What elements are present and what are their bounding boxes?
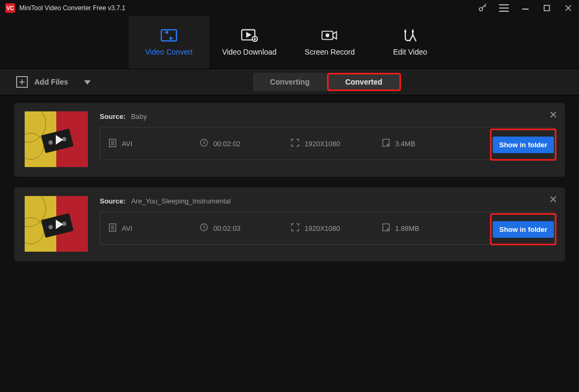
storage-icon xyxy=(382,223,390,233)
resolution-icon xyxy=(291,223,299,233)
convert-status-segment: Converting Converted xyxy=(253,73,401,91)
svg-marker-19 xyxy=(84,80,91,85)
svg-marker-10 xyxy=(247,33,250,37)
remove-item-button[interactable] xyxy=(550,195,556,205)
format-icon xyxy=(109,223,116,233)
minimize-button[interactable] xyxy=(520,3,531,13)
tab-video-download[interactable]: Video Download xyxy=(209,16,290,69)
svg-point-15 xyxy=(412,31,413,32)
add-files-icon xyxy=(16,76,28,88)
svg-point-35 xyxy=(387,229,388,230)
chevron-down-icon xyxy=(84,78,91,86)
show-in-folder-highlight: Show in folder xyxy=(490,129,556,161)
svg-point-14 xyxy=(405,31,406,32)
edit-icon xyxy=(402,28,419,42)
storage-icon xyxy=(382,139,390,148)
add-files-label: Add Files xyxy=(34,78,68,86)
size-value: 1.88MB xyxy=(395,224,419,232)
info-box: AVI 00:02:02 1920X1080 3.4MB xyxy=(100,127,554,160)
resolution-value: 1920X1080 xyxy=(305,140,340,148)
resolution-icon xyxy=(291,139,299,148)
show-in-folder-button[interactable]: Show in folder xyxy=(493,137,554,153)
resolution-value: 1920X1080 xyxy=(305,224,340,232)
app-logo: VC xyxy=(5,3,15,13)
show-in-folder-button[interactable]: Show in folder xyxy=(493,221,554,238)
app-title: MiniTool Video Converter Free v3.7.1 xyxy=(19,4,125,12)
tab-converted[interactable]: Converted xyxy=(327,73,401,91)
close-button[interactable] xyxy=(563,3,574,13)
svg-point-26 xyxy=(387,144,388,145)
toolbar: Add Files Converting Converted xyxy=(0,69,579,95)
tab-screen-record[interactable]: Screen Record xyxy=(290,16,370,69)
tab-converted-label: Converted xyxy=(345,78,382,86)
tab-video-convert[interactable]: Video Convert xyxy=(129,16,209,69)
duration-value: 00:02:03 xyxy=(213,224,241,232)
play-icon xyxy=(56,135,63,145)
svg-rect-5 xyxy=(544,5,550,11)
size-value: 3.4MB xyxy=(395,140,415,148)
tab-label: Edit Video xyxy=(393,48,427,56)
converted-list: Source: Baby AVI 00:02:02 1920X1080 xyxy=(0,95,579,280)
tab-label: Video Convert xyxy=(145,48,192,56)
source-label: Source: xyxy=(100,197,125,205)
source-name: Are_You_Sleeping_Instrumental xyxy=(131,197,231,205)
format-icon xyxy=(109,139,116,149)
record-icon xyxy=(321,28,338,42)
format-value: AVI xyxy=(122,140,132,148)
tab-converting-label: Converting xyxy=(270,78,310,86)
tab-edit-video[interactable]: Edit Video xyxy=(370,16,450,69)
play-icon xyxy=(56,220,63,229)
add-files-button[interactable]: Add Files xyxy=(16,76,91,88)
maximize-button[interactable] xyxy=(541,3,552,13)
format-value: AVI xyxy=(122,224,132,232)
download-icon xyxy=(241,28,258,42)
titlebar: VC MiniTool Video Converter Free v3.7.1 xyxy=(0,0,579,16)
info-box: AVI 00:02:03 1920X1080 1.88MB xyxy=(100,212,554,245)
svg-point-13 xyxy=(326,34,329,36)
tab-converting[interactable]: Converting xyxy=(253,73,327,91)
upgrade-key-icon[interactable] xyxy=(477,3,488,13)
tab-label: Screen Record xyxy=(305,48,354,56)
svg-rect-8 xyxy=(161,30,176,41)
remove-item-button[interactable] xyxy=(550,110,556,120)
tab-label: Video Download xyxy=(222,48,277,56)
show-in-folder-highlight: Show in folder xyxy=(490,213,556,245)
video-thumbnail[interactable] xyxy=(25,196,88,252)
clock-icon xyxy=(200,223,208,233)
converted-item: Source: Are_You_Sleeping_Instrumental AV… xyxy=(14,187,565,261)
main-nav: Video Convert Video Download Screen Reco… xyxy=(0,16,579,69)
menu-icon[interactable] xyxy=(499,3,509,13)
source-label: Source: xyxy=(100,112,125,120)
clock-icon xyxy=(200,139,208,148)
video-thumbnail[interactable] xyxy=(25,111,88,167)
source-name: Baby xyxy=(131,112,147,120)
duration-value: 00:02:02 xyxy=(213,140,241,148)
converted-item: Source: Baby AVI 00:02:02 1920X1080 xyxy=(14,103,565,177)
convert-icon xyxy=(160,28,177,42)
